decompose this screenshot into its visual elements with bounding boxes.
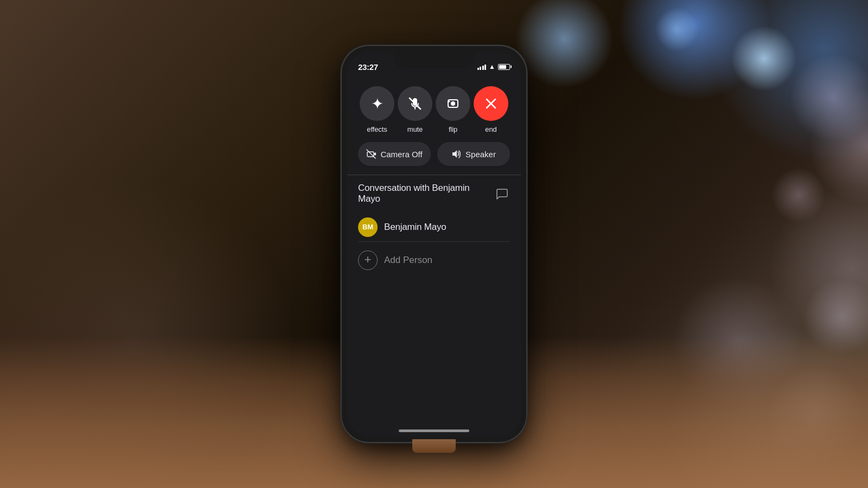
signal-icon — [477, 63, 487, 70]
mute-label: mute — [407, 125, 423, 133]
end-icon-circle — [474, 86, 508, 121]
contact-name: Benjamin Mayo — [384, 222, 446, 233]
home-indicator — [399, 429, 469, 432]
wifi-icon: ▲ — [489, 63, 495, 70]
camera-off-label: Camera Off — [380, 150, 422, 159]
phone-base — [412, 439, 456, 453]
toggle-buttons-row: Camera Off Speaker — [358, 142, 510, 166]
flip-label: flip — [449, 125, 457, 133]
conversation-header: Conversation with Benjamin Mayo — [358, 183, 510, 204]
end-label: end — [485, 125, 496, 133]
add-person-label: Add Person — [384, 255, 432, 266]
message-bubble-icon[interactable] — [494, 185, 510, 202]
speaker-button[interactable]: Speaker — [437, 142, 510, 166]
phone-screen: 23:27 ▲ — [347, 52, 521, 436]
speaker-label: Speaker — [465, 150, 496, 159]
contact-initials: BM — [362, 223, 373, 231]
mute-icon-circle — [398, 86, 432, 121]
conversation-section: Conversation with Benjamin Mayo BM Benja… — [347, 175, 521, 282]
call-controls: ✦ effects — [347, 75, 521, 175]
status-time: 23:27 — [358, 62, 378, 72]
phone-device: 23:27 ▲ — [342, 46, 526, 442]
end-call-button[interactable]: end — [474, 86, 508, 133]
notch — [393, 52, 475, 68]
flip-icon-circle — [436, 86, 470, 121]
status-icons: ▲ — [477, 63, 510, 70]
speaker-icon — [451, 149, 461, 159]
add-person-icon: + — [358, 251, 378, 270]
control-buttons-row: ✦ effects — [358, 86, 510, 133]
svg-point-4 — [449, 101, 450, 102]
effects-button[interactable]: ✦ effects — [360, 86, 394, 133]
mute-icon — [407, 96, 423, 111]
camera-off-icon — [366, 149, 376, 159]
call-screen: ✦ effects — [347, 75, 521, 436]
contact-row: BM Benjamin Mayo — [358, 213, 510, 242]
battery-icon — [498, 64, 510, 70]
contact-avatar: BM — [358, 217, 378, 237]
svg-point-3 — [451, 101, 455, 106]
end-icon — [483, 96, 499, 111]
phone-body: 23:27 ▲ — [342, 46, 526, 442]
mute-button[interactable]: mute — [398, 86, 432, 133]
camera-off-button[interactable]: Camera Off — [358, 142, 431, 166]
add-person-button[interactable]: + Add Person — [358, 246, 510, 274]
effects-label: effects — [367, 125, 387, 133]
conversation-title: Conversation with Benjamin Mayo — [358, 183, 494, 204]
effects-icon: ✦ — [371, 95, 384, 113]
svg-marker-10 — [452, 150, 457, 158]
flip-button[interactable]: flip — [436, 86, 470, 133]
effects-icon-circle: ✦ — [360, 86, 394, 121]
flip-icon — [445, 96, 461, 111]
